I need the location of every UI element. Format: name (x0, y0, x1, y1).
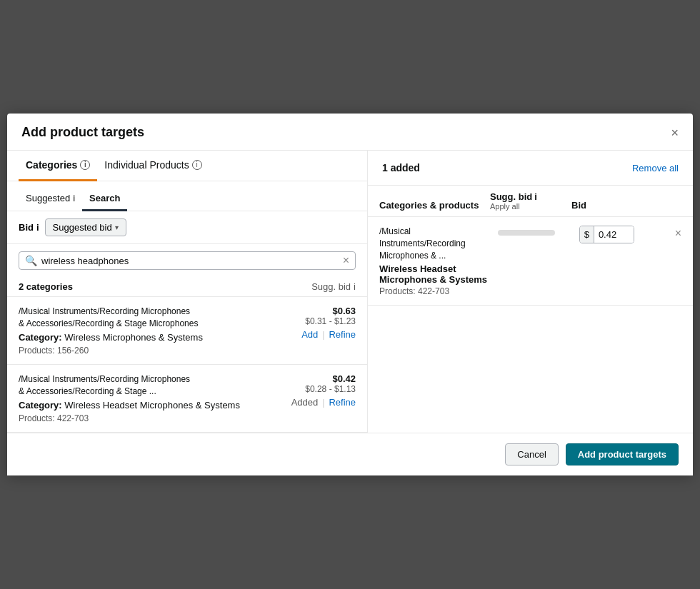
categories-header: 2 categories Sugg. bid i (7, 277, 367, 297)
added-item-products-1: Products: 422-703 (379, 286, 495, 296)
added-item-path-1: /Musical Instruments/RecordingMicrophone… (379, 226, 495, 261)
result-category-1: Category: Wireless Microphones & Systems (19, 331, 247, 344)
remove-all-button[interactable]: Remove all (632, 163, 679, 173)
added-item: /Musical Instruments/RecordingMicrophone… (368, 217, 693, 305)
col-bid-header: Bid (571, 200, 664, 211)
tab-categories-label: Categories (26, 159, 77, 171)
search-input-wrap: 🔍 × (19, 251, 356, 270)
result-info-1: /Musical Instruments/Recording Microphon… (19, 306, 256, 356)
tab-individual-products-label: Individual Products (104, 159, 189, 171)
categories-info-icon[interactable]: i (80, 160, 90, 170)
subtab-search-label: Search (89, 193, 120, 203)
result-products-2: Products: 422-703 (19, 413, 247, 423)
bid-input-1[interactable] (594, 226, 634, 243)
added-count: 1 added (382, 162, 420, 173)
added-item-sugg-bid-1 (498, 226, 576, 236)
categories-count: 2 categories (19, 281, 73, 292)
bid-dropdown-label: Suggested bid (53, 222, 112, 233)
result-actions-1: Add | Refine (301, 329, 356, 340)
remove-item-button-1[interactable]: × (675, 227, 681, 240)
result-bid-col-1: $0.63 $0.31 - $1.23 Add | Refine (256, 306, 356, 340)
modal-body: Categories i Individual Products i Sugge… (7, 151, 693, 433)
result-info-2: /Musical Instruments/Recording Microphon… (19, 373, 256, 423)
list-item: /Musical Instruments/Recording Microphon… (7, 365, 367, 433)
tab-categories[interactable]: Categories i (19, 151, 97, 181)
added-items-list: /Musical Instruments/RecordingMicrophone… (368, 217, 693, 433)
result-actions-2: Added | Refine (291, 397, 356, 408)
result-products-1: Products: 156-260 (19, 346, 247, 356)
result-bid-range-2: $0.28 - $1.13 (305, 384, 356, 394)
bid-dropdown[interactable]: Suggested bid ▾ (45, 218, 126, 236)
close-button[interactable]: × (671, 126, 679, 139)
modal-header: Add product targets × (7, 114, 693, 151)
sugg-bid-header: Sugg. bid i (311, 281, 356, 292)
right-header: 1 added Remove all (368, 151, 693, 186)
list-item: /Musical Instruments/Recording Microphon… (7, 297, 367, 365)
modal-title: Add product targets (21, 125, 144, 140)
modal-container: Add product targets × Categories i Indiv… (7, 114, 693, 475)
right-sugg-bid-info-icon[interactable]: i (534, 191, 537, 202)
subtab-search[interactable]: Search (82, 187, 127, 211)
sugg-bid-bar-1 (498, 230, 555, 236)
right-col-headers: Categories & products Sugg. bid i Apply … (368, 186, 693, 217)
col-sugg-bid-header: Sugg. bid i Apply all (490, 191, 569, 211)
added-label-2: Added (291, 397, 319, 408)
bid-info-icon[interactable]: i (36, 222, 39, 233)
bid-currency-1: $ (580, 226, 594, 243)
result-path-1: /Musical Instruments/Recording Microphon… (19, 306, 247, 330)
subtab-suggested[interactable]: Suggested i (19, 187, 82, 211)
results-list: /Musical Instruments/Recording Microphon… (7, 297, 367, 433)
subtab-suggested-label: Suggested (26, 193, 70, 203)
refine-button-2[interactable]: Refine (329, 397, 356, 408)
search-row: 🔍 × (7, 244, 367, 277)
result-category-2: Category: Wireless Headset Microphones &… (19, 399, 247, 412)
left-panel: Categories i Individual Products i Sugge… (7, 151, 368, 433)
tab-individual-products[interactable]: Individual Products i (97, 151, 209, 181)
chevron-down-icon: ▾ (115, 223, 119, 231)
added-item-bid-1: $ (579, 226, 672, 243)
bid-input-wrap-1: $ (579, 226, 634, 243)
result-bid-range-1: $0.31 - $1.23 (305, 316, 356, 326)
col-apply-all: Apply all (490, 202, 569, 211)
individual-products-info-icon[interactable]: i (192, 160, 202, 170)
add-product-targets-button[interactable]: Add product targets (566, 443, 679, 465)
tabs-bar: Categories i Individual Products i (7, 151, 367, 181)
result-bid-amount-2: $0.42 (332, 373, 356, 384)
suggested-info-icon[interactable]: i (73, 193, 75, 203)
bid-label: Bid i (19, 222, 39, 233)
sugg-bid-info-icon[interactable]: i (354, 281, 356, 292)
cancel-button[interactable]: Cancel (505, 443, 558, 465)
result-bid-amount-1: $0.63 (332, 306, 356, 316)
col-cat-products-header: Categories & products (379, 200, 487, 211)
bid-row: Bid i Suggested bid ▾ (7, 211, 367, 244)
added-item-info-1: /Musical Instruments/RecordingMicrophone… (379, 226, 495, 296)
right-panel: 1 added Remove all Categories & products… (368, 151, 693, 433)
added-item-category-1: Wireless HeadsetMicrophones & Systems (379, 263, 495, 285)
search-icon: 🔍 (25, 255, 37, 266)
result-bid-col-2: $0.42 $0.28 - $1.13 Added | Refine (256, 373, 356, 408)
result-path-2: /Musical Instruments/Recording Microphon… (19, 373, 247, 398)
refine-button-1[interactable]: Refine (329, 329, 356, 340)
search-input[interactable] (41, 256, 339, 266)
clear-search-button[interactable]: × (343, 255, 349, 266)
subtabs-bar: Suggested i Search (7, 181, 367, 211)
add-button-1[interactable]: Add (301, 329, 318, 340)
modal-footer: Cancel Add product targets (7, 433, 693, 475)
